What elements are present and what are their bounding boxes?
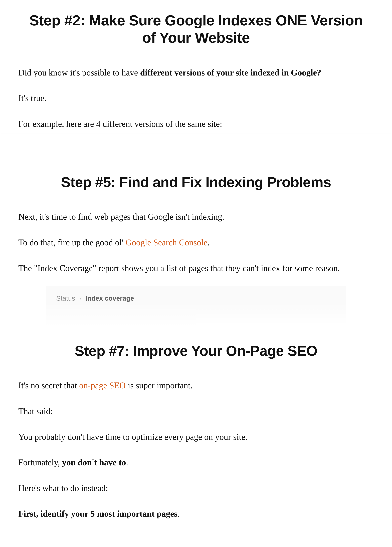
chevron-right-icon: › [80, 296, 81, 301]
s7-p1-lead: It's no secret that [18, 381, 79, 390]
s7-p6-tail: . [178, 509, 180, 519]
section-step-2: Step #2: Make Sure Google Indexes ONE Ve… [0, 0, 392, 162]
breadcrumb: Status › Index coverage [56, 295, 336, 302]
s2-paragraph-1: Did you know it's possible to have diffe… [18, 65, 374, 81]
s2-paragraph-3: For example, here are 4 different versio… [18, 116, 374, 132]
heading-step-2: Step #2: Make Sure Google Indexes ONE Ve… [25, 12, 367, 47]
link-on-page-seo[interactable]: on-page SEO [79, 381, 126, 390]
s5-paragraph-3: The "Index Coverage" report shows you a … [18, 260, 374, 276]
s2-paragraph-2: It's true. [18, 90, 374, 106]
breadcrumb-index-coverage: Index coverage [85, 295, 134, 302]
section-step-7: Step #7: Improve Your On-Page SEO It's n… [0, 331, 392, 544]
fade-overlay [0, 134, 392, 162]
page-root: Step #2: Make Sure Google Indexes ONE Ve… [0, 0, 392, 544]
s5-p2-tail: . [207, 238, 210, 247]
s5-paragraph-1: Next, it's time to find web pages that G… [18, 209, 374, 225]
section-step-5: Step #5: Find and Fix Indexing Problems … [0, 162, 392, 331]
s2-p1-lead: Did you know it's possible to have [18, 68, 140, 77]
s7-p4-tail: . [126, 458, 128, 467]
s7-p4-lead: Fortunately, [18, 458, 62, 467]
breadcrumb-status[interactable]: Status [56, 295, 75, 302]
s7-p6-bold: First, identify your 5 most important pa… [18, 509, 178, 519]
heading-step-7: Step #7: Improve Your On-Page SEO [25, 342, 367, 359]
s5-paragraph-2: To do that, fire up the good ol' Google … [18, 235, 374, 250]
s7-paragraph-6: First, identify your 5 most important pa… [18, 506, 374, 522]
heading-step-5: Step #5: Find and Fix Indexing Problems [25, 174, 367, 191]
s5-p2-lead: To do that, fire up the good ol' [18, 238, 126, 247]
s7-p4-bold: you don't have to [62, 458, 126, 467]
s7-paragraph-4: Fortunately, you don't have to. [18, 455, 374, 470]
s7-paragraph-1: It's no secret that on-page SEO is super… [18, 378, 374, 393]
link-google-search-console[interactable]: Google Search Console [126, 238, 207, 247]
s7-p1-tail: is super important. [126, 381, 193, 390]
s7-paragraph-5: Here's what to do instead: [18, 480, 374, 496]
s7-paragraph-3: You probably don't have time to optimize… [18, 429, 374, 445]
s7-paragraph-2: That said: [18, 403, 374, 419]
s2-p1-bold: different versions of your site indexed … [140, 68, 321, 77]
index-coverage-screenshot: Status › Index coverage [46, 286, 346, 329]
